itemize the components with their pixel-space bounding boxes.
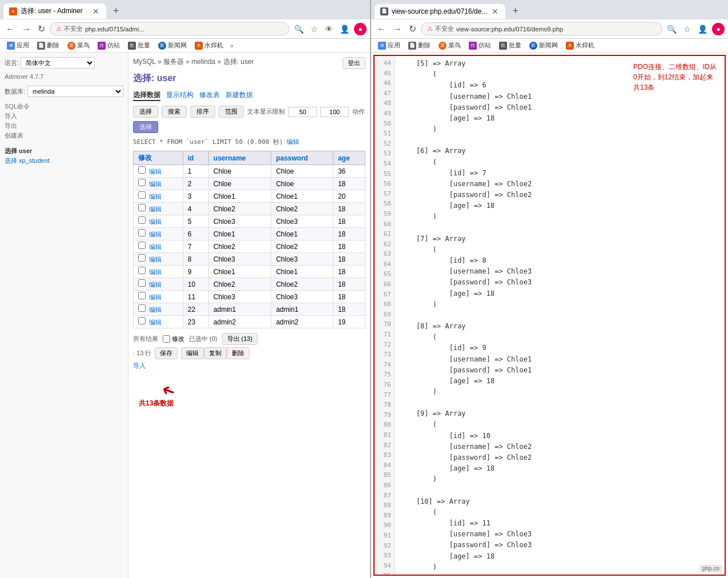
sql-link[interactable]: SQL命令 xyxy=(5,102,123,111)
edit-link[interactable]: 编辑 xyxy=(149,218,162,225)
table-link-xp[interactable]: 选择 xp_student xyxy=(5,156,123,166)
user-table-link[interactable]: 选择 user xyxy=(5,147,32,155)
right-bm-xinwen[interactable]: 新 新闻网 xyxy=(526,40,561,51)
edit-link[interactable]: 编辑 xyxy=(149,243,162,250)
sort-btn[interactable]: 排序 xyxy=(190,106,215,118)
row-checkbox[interactable] xyxy=(138,191,146,199)
right-star-btn[interactable]: ☆ xyxy=(681,22,693,36)
right-bm-shui[interactable]: 水 水焊机 xyxy=(562,40,598,51)
left-search-btn[interactable]: 🔍 xyxy=(292,22,306,36)
bm-xinwen[interactable]: 新 新闻网 xyxy=(155,40,190,51)
bm-apps[interactable]: ⊞ 应用 xyxy=(3,40,33,51)
right-forward-btn[interactable]: → xyxy=(391,22,404,37)
left-new-tab-btn[interactable]: + xyxy=(108,3,124,19)
row-checkbox[interactable] xyxy=(138,279,146,287)
edit-link[interactable]: 编辑 xyxy=(149,256,162,263)
right-bm-piliang[interactable]: 批 批量 xyxy=(496,40,525,51)
edit-link[interactable]: 编辑 xyxy=(149,281,162,288)
right-reload-btn[interactable]: ↻ xyxy=(407,21,419,37)
left-account-btn[interactable]: 👤 xyxy=(337,22,352,36)
bm-cainiao[interactable]: 菜 菜鸟 xyxy=(64,40,93,51)
row-checkbox[interactable] xyxy=(138,166,146,174)
logout-btn[interactable]: 登出 xyxy=(343,57,365,69)
edit-link[interactable]: 编辑 xyxy=(149,231,162,238)
left-reload-btn[interactable]: ↻ xyxy=(35,21,47,37)
modify-checkbox[interactable] xyxy=(163,335,170,343)
text-limit-input[interactable] xyxy=(320,107,349,117)
left-tab-close[interactable]: ✕ xyxy=(91,7,100,16)
save-btn[interactable]: 保存 xyxy=(155,347,178,359)
right-address-bar[interactable]: ⚠ 不安全 view-source:php.edu/0716/demo9.php xyxy=(421,22,662,35)
right-bm-cainiao[interactable]: 菜 菜鸟 xyxy=(435,40,464,51)
right-tab-close[interactable]: ✕ xyxy=(490,7,500,16)
source-view[interactable]: 4445464748495051525354555657585960616263… xyxy=(375,56,725,575)
left-back-btn[interactable]: ← xyxy=(3,22,17,37)
edit-link[interactable]: 编辑 xyxy=(149,306,162,313)
create-table-link[interactable]: 创建表 xyxy=(5,131,123,141)
left-ext-btn[interactable]: 👁 xyxy=(323,22,335,36)
edit-link[interactable]: 编辑 xyxy=(149,168,162,175)
edit-sql-link[interactable]: 编辑 xyxy=(287,138,299,146)
edit-link[interactable]: 编辑 xyxy=(149,180,162,187)
tab-modify[interactable]: 修改表 xyxy=(199,90,220,101)
right-bm-apps[interactable]: ⊞ 应用 xyxy=(375,40,404,51)
left-star-btn[interactable]: ☆ xyxy=(308,22,320,36)
left-tab-active[interactable]: A 选择: user - Adminer ✕ xyxy=(3,3,106,19)
row-checkbox[interactable] xyxy=(138,292,146,299)
edit-btn[interactable]: 编辑 xyxy=(181,347,204,359)
right-account-btn[interactable]: 👤 xyxy=(695,22,710,36)
go-btn[interactable]: 选择 xyxy=(133,121,158,133)
db-select[interactable]: melinda xyxy=(27,86,123,97)
row-checkbox[interactable] xyxy=(138,242,146,249)
edit-link[interactable]: 编辑 xyxy=(149,294,162,300)
th-id[interactable]: id xyxy=(183,151,208,165)
row-checkbox[interactable] xyxy=(138,204,146,211)
tab-new-data[interactable]: 新建数据 xyxy=(226,90,253,101)
copy-btn[interactable]: 复制 xyxy=(204,347,227,359)
left-menu-btn[interactable]: ● xyxy=(354,23,367,35)
tab-select-data[interactable]: 选择数据 xyxy=(133,90,160,101)
import-link-btn[interactable]: 导入 xyxy=(133,362,146,369)
right-search-btn[interactable]: 🔍 xyxy=(665,22,679,36)
row-checkbox[interactable] xyxy=(138,267,146,274)
th-username[interactable]: username xyxy=(208,151,271,165)
table-link-user[interactable]: 选择 user xyxy=(5,146,123,156)
limit-input[interactable] xyxy=(288,107,317,117)
right-bm-fangzhan[interactable]: 仿 仿站 xyxy=(465,40,494,51)
row-checkbox[interactable] xyxy=(138,179,146,186)
edit-link[interactable]: 编辑 xyxy=(149,206,162,212)
search-btn[interactable]: 搜索 xyxy=(162,106,187,118)
select-btn[interactable]: 选择 xyxy=(133,106,158,118)
right-back-btn[interactable]: ← xyxy=(375,22,388,37)
edit-link[interactable]: 编辑 xyxy=(149,268,162,275)
left-forward-btn[interactable]: → xyxy=(19,22,33,37)
row-checkbox[interactable] xyxy=(138,317,146,324)
modify-checkbox-area[interactable]: 修改 xyxy=(163,335,184,343)
th-password[interactable]: password xyxy=(271,151,333,165)
th-modify[interactable]: 修改 xyxy=(134,151,183,165)
row-checkbox[interactable] xyxy=(138,304,146,312)
bm-more[interactable]: » xyxy=(230,42,234,49)
import-link[interactable]: 导入 xyxy=(5,111,123,121)
left-address-bar[interactable]: ⚠ 不安全 php.edu/0715/admi... xyxy=(50,22,289,35)
export-btn[interactable]: 导出 (13) xyxy=(222,333,258,345)
edit-link[interactable]: 编辑 xyxy=(149,193,162,200)
row-checkbox[interactable] xyxy=(138,229,146,236)
right-menu-btn[interactable]: ● xyxy=(712,23,725,35)
lang-select[interactable]: 简体中文 xyxy=(21,57,95,69)
export-link[interactable]: 导出 xyxy=(5,121,123,131)
row-checkbox[interactable] xyxy=(138,216,146,224)
bm-delete[interactable]: 📄 删除 xyxy=(34,40,63,51)
bm-piliang[interactable]: 批 批量 xyxy=(124,40,154,51)
tab-show-structure[interactable]: 显示结构 xyxy=(166,90,194,101)
right-bm-delete[interactable]: 📄 删除 xyxy=(405,40,434,51)
delete-btn[interactable]: 删除 xyxy=(227,347,250,359)
bm-fangzhan[interactable]: 仿 仿站 xyxy=(94,40,123,51)
bm-shui[interactable]: 水 水焊机 xyxy=(191,40,227,51)
right-tab-active[interactable]: 📄 view-source:php.edu/0716/de... ✕ xyxy=(375,4,505,19)
row-checkbox[interactable] xyxy=(138,254,146,262)
range-btn[interactable]: 范围 xyxy=(219,106,244,118)
right-new-tab-btn[interactable]: + xyxy=(508,3,523,19)
th-age[interactable]: age xyxy=(333,151,365,165)
xp-table-link[interactable]: 选择 xp_student xyxy=(5,156,50,165)
